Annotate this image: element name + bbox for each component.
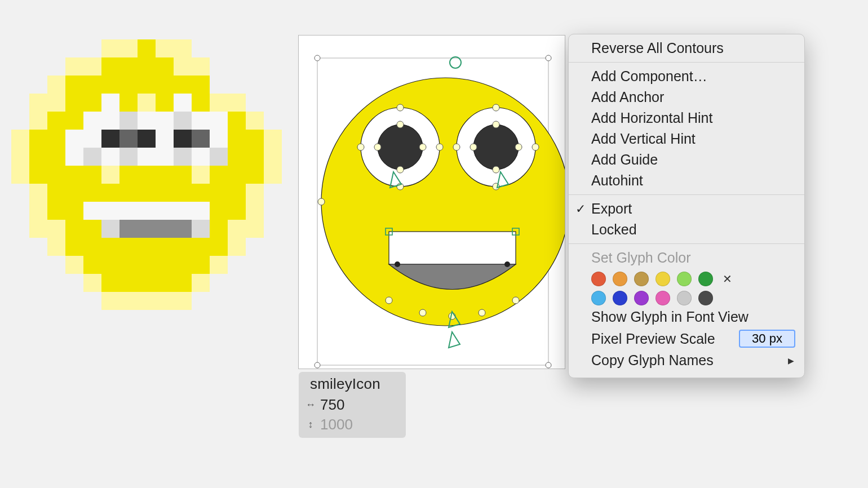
pixel-cell <box>65 256 83 274</box>
pixel-cell <box>138 292 156 310</box>
svg-point-7 <box>315 55 320 61</box>
pixel-cell <box>210 202 228 220</box>
pixel-cell <box>210 57 228 76</box>
pixel-cell <box>65 274 83 292</box>
pixel-cell <box>192 184 210 202</box>
menu-autohint[interactable]: Autohint <box>569 170 804 191</box>
menu-separator <box>569 194 804 195</box>
pixel-cell <box>264 292 282 310</box>
color-swatch[interactable] <box>698 272 713 286</box>
color-swatch[interactable] <box>591 291 606 305</box>
menu-label: Add Component… <box>591 68 707 85</box>
color-swatch[interactable] <box>613 291 627 305</box>
menu-show-in-font-view[interactable]: Show Glyph in Font View <box>569 307 804 327</box>
pixel-cell <box>264 238 282 256</box>
menu-export[interactable]: ✓ Export <box>569 198 804 219</box>
clear-color-icon[interactable]: ✕ <box>720 272 734 286</box>
pixel-cell <box>29 57 47 76</box>
menu-add-anchor[interactable]: Add Anchor <box>569 87 804 108</box>
pixel-cell <box>47 130 65 148</box>
pixel-cell <box>65 184 83 202</box>
pixel-cell <box>264 76 282 94</box>
pixel-cell <box>101 112 119 130</box>
color-swatch[interactable] <box>698 291 713 305</box>
color-swatch[interactable] <box>656 291 670 305</box>
pixel-cell <box>264 220 282 238</box>
color-swatch[interactable] <box>656 272 670 286</box>
pixel-cell <box>138 94 156 112</box>
color-swatch[interactable] <box>677 272 692 286</box>
pixel-cell <box>11 39 29 57</box>
color-swatch[interactable] <box>634 291 649 305</box>
color-swatch[interactable] <box>634 272 649 286</box>
color-swatch[interactable] <box>677 291 692 305</box>
pixel-cell <box>228 274 246 292</box>
pixel-cell <box>264 39 282 57</box>
pixel-cell <box>11 256 29 274</box>
pixel-cell <box>192 39 210 57</box>
pixel-cell <box>192 130 210 148</box>
pixel-cell <box>83 202 101 220</box>
menu-add-guide[interactable]: Add Guide <box>569 149 804 170</box>
pixel-cell <box>47 274 65 292</box>
menu-add-component[interactable]: Add Component… <box>569 66 804 87</box>
svg-point-37 <box>504 261 510 267</box>
pixel-cell <box>119 148 138 166</box>
pixel-cell <box>47 256 65 274</box>
pixel-cell <box>11 202 29 220</box>
color-swatch[interactable] <box>613 272 627 286</box>
pixel-cell <box>174 39 192 57</box>
glyph-editor-canvas[interactable] <box>298 35 565 369</box>
glyph-height-row[interactable]: ↕ 1000 <box>302 415 402 434</box>
pixel-cell <box>138 184 156 202</box>
svg-point-5 <box>473 125 519 170</box>
pixel-cell <box>119 130 138 148</box>
menu-add-h-hint[interactable]: Add Horizontal Hint <box>569 108 804 128</box>
color-swatch[interactable] <box>591 272 606 286</box>
svg-point-25 <box>397 166 404 173</box>
menu-pixel-preview-scale[interactable]: Pixel Preview Scale <box>569 327 804 350</box>
menu-copy-glyph-names[interactable]: Copy Glyph Names <box>569 350 804 371</box>
pixel-cell <box>101 202 119 220</box>
pixel-cell <box>174 292 192 310</box>
pixel-cell <box>119 39 138 57</box>
pixel-cell <box>246 166 264 184</box>
pixel-cell <box>11 94 29 112</box>
menu-separator <box>569 62 804 63</box>
pixel-preview-scale-input[interactable] <box>739 330 795 348</box>
pixel-cell <box>101 76 119 94</box>
menu-set-glyph-color-label: Set Glyph Color <box>569 247 804 268</box>
pixel-cell <box>83 238 101 256</box>
menu-reverse-all-contours[interactable]: Reverse All Contours <box>569 38 804 59</box>
svg-point-32 <box>512 297 519 304</box>
pixel-cell <box>210 76 228 94</box>
menu-locked[interactable]: Locked <box>569 219 804 240</box>
pixel-cell <box>156 76 174 94</box>
svg-point-23 <box>515 144 522 150</box>
pixel-cell <box>228 39 246 57</box>
pixel-cell <box>29 238 47 256</box>
glyph-name[interactable]: smileyIcon <box>302 374 402 395</box>
pixel-row <box>11 166 282 184</box>
pixel-row <box>11 148 282 166</box>
pixel-cell <box>264 148 282 166</box>
glyph-width-value[interactable]: 750 <box>320 396 344 414</box>
menu-add-v-hint[interactable]: Add Vertical Hint <box>569 128 804 149</box>
pixel-cell <box>119 274 138 292</box>
pixel-cell <box>210 148 228 166</box>
pixel-cell <box>192 94 210 112</box>
pixel-cell <box>47 292 65 310</box>
pixel-cell <box>83 76 101 94</box>
pixel-cell <box>65 238 83 256</box>
pixel-preview <box>11 39 282 310</box>
glyph-height-value[interactable]: 1000 <box>320 416 353 433</box>
pixel-cell <box>83 148 101 166</box>
pixel-cell <box>156 202 174 220</box>
pixel-row <box>11 130 282 148</box>
pixel-cell <box>47 202 65 220</box>
pixel-cell <box>156 39 174 57</box>
height-icon: ↕ <box>305 419 316 431</box>
pixel-cell <box>210 184 228 202</box>
glyph-width-row[interactable]: ↔ 750 <box>302 395 402 415</box>
pixel-cell <box>210 220 228 238</box>
